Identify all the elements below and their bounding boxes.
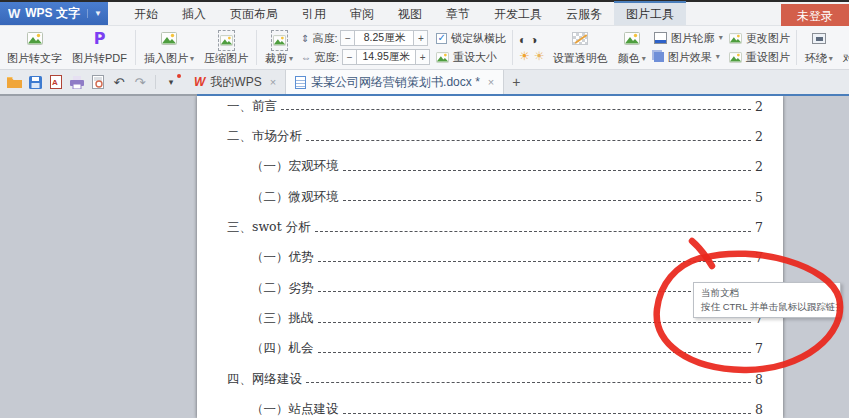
- width-value[interactable]: 14.95厘米: [357, 49, 415, 65]
- reset-picture-button[interactable]: 重设图片: [729, 50, 790, 65]
- print-preview-icon[interactable]: [90, 74, 106, 90]
- insert-picture-button[interactable]: 插入图片▾: [139, 26, 199, 69]
- close-icon[interactable]: ×: [270, 76, 276, 88]
- new-tab-button[interactable]: +: [504, 70, 528, 94]
- contrast-up-icon[interactable]: [519, 33, 526, 47]
- color-button[interactable]: 颜色▾: [613, 26, 651, 69]
- toc-row[interactable]: （一）优势7: [197, 243, 783, 273]
- toc-row[interactable]: 三、swot 分析7: [197, 212, 783, 242]
- picture-outline-button[interactable]: 图片轮廓 ▾: [654, 31, 723, 46]
- toc-label[interactable]: （二）微观环境: [251, 189, 339, 206]
- wps-app-button-label: WPS 文字: [25, 5, 80, 22]
- toc-row[interactable]: （四）机会7: [197, 334, 783, 364]
- close-icon[interactable]: ×: [488, 76, 494, 88]
- reset-picture-label: 重设图片: [746, 50, 790, 65]
- width-plus-button[interactable]: +: [415, 49, 430, 65]
- toc-row[interactable]: 一、前言2: [197, 96, 783, 121]
- toc-dot-leader: [343, 412, 752, 414]
- ribbon-picture-tools: 图片转文字 P 图片转PDF 插入图片▾ 压缩图片 裁剪▾ ⇕ 高度: − 8.…: [0, 26, 849, 70]
- toc-page-number[interactable]: 8: [755, 402, 763, 417]
- contrast-down-icon[interactable]: [530, 33, 537, 47]
- menu-tab-[interactable]: 页面布局: [218, 1, 290, 25]
- toc-page-number[interactable]: 7: [755, 250, 763, 265]
- login-button[interactable]: 未登录: [781, 4, 849, 28]
- document-tab[interactable]: 某某公司网络营销策划书.docx *×: [285, 70, 504, 94]
- toc-label[interactable]: 二、市场分析: [227, 128, 302, 145]
- export-pdf-icon[interactable]: A: [48, 74, 64, 90]
- chevron-down-icon: ▾: [190, 55, 194, 63]
- menu-tab-[interactable]: 插入: [170, 1, 218, 25]
- menu-tab-[interactable]: 开始: [122, 1, 170, 25]
- undo-icon[interactable]: [111, 74, 127, 90]
- menu-tab-[interactable]: 审阅: [338, 1, 386, 25]
- toc-dot-leader: [281, 108, 751, 110]
- document-canvas[interactable]: 一、前言2二、市场分析2（一）宏观环境2（二）微观环境5三、swot 分析7（一…: [0, 96, 849, 418]
- align-button[interactable]: 对齐▾: [838, 26, 849, 69]
- toc-label[interactable]: 三、swot 分析: [227, 219, 311, 236]
- width-minus-button[interactable]: −: [342, 49, 357, 65]
- toc-page-number[interactable]: 7: [755, 341, 763, 356]
- menu-tab-[interactable]: 引用: [290, 1, 338, 25]
- open-folder-icon[interactable]: [6, 74, 22, 90]
- change-picture-button[interactable]: 更改图片: [729, 31, 790, 46]
- redo-icon[interactable]: [132, 74, 148, 90]
- pic-to-text-button[interactable]: 图片转文字: [2, 26, 67, 69]
- height-minus-button[interactable]: −: [340, 30, 355, 46]
- document-tab[interactable]: W我的WPS×: [185, 70, 285, 94]
- toc-page-number[interactable]: 7: [755, 220, 763, 235]
- toc-label[interactable]: （四）机会: [251, 340, 314, 357]
- toc-dot-leader: [306, 139, 751, 141]
- height-label: 高度:: [312, 31, 337, 46]
- crop-button[interactable]: 裁剪▾: [260, 26, 298, 69]
- wrap-button[interactable]: 环绕▾: [800, 26, 838, 69]
- lock-aspect-checkbox[interactable]: ✓ 锁定纵横比: [436, 31, 506, 46]
- document-page[interactable]: 一、前言2二、市场分析2（一）宏观环境2（二）微观环境5三、swot 分析7（一…: [197, 96, 783, 418]
- checkbox-checked-icon[interactable]: ✓: [436, 33, 447, 44]
- crop-label: 裁剪: [265, 51, 287, 66]
- menu-tab-[interactable]: 视图: [386, 1, 434, 25]
- document-tab-label: 我的WPS: [210, 74, 261, 91]
- wps-app-button[interactable]: W WPS 文字 ▼: [0, 2, 108, 25]
- toc-label[interactable]: （二）劣势: [251, 280, 314, 297]
- insert-picture-label: 插入图片: [144, 51, 188, 66]
- save-icon[interactable]: [27, 74, 43, 90]
- pic-to-pdf-button[interactable]: P 图片转PDF: [67, 26, 132, 69]
- toc-dot-leader: [306, 381, 751, 383]
- toc-page-number[interactable]: 5: [755, 190, 763, 205]
- menu-tab-[interactable]: 章节: [434, 1, 482, 25]
- toc-row[interactable]: （一）站点建设8: [197, 394, 783, 418]
- toc-page-number[interactable]: 2: [755, 159, 763, 174]
- height-value[interactable]: 8.25厘米: [355, 30, 413, 46]
- toc-label[interactable]: （一）优势: [251, 249, 314, 266]
- height-plus-button[interactable]: +: [413, 30, 428, 46]
- menu-tab-active[interactable]: 图片工具: [614, 1, 686, 25]
- change-picture-icon: [729, 33, 742, 44]
- brightness-down-icon[interactable]: [534, 49, 545, 63]
- sync-caret-icon[interactable]: [163, 74, 179, 90]
- toc-label[interactable]: （一）站点建设: [251, 401, 339, 418]
- set-transparent-button[interactable]: 设置透明色: [548, 26, 613, 69]
- toc-page-number[interactable]: 2: [755, 129, 763, 144]
- toc-row[interactable]: 四、网络建设8: [197, 364, 783, 394]
- toc-label[interactable]: （三）挑战: [251, 310, 314, 327]
- menu-tab-[interactable]: 云服务: [554, 1, 614, 25]
- menu-tab-[interactable]: 开发工具: [482, 1, 554, 25]
- print-icon[interactable]: [69, 74, 85, 90]
- toc-page-number[interactable]: 8: [755, 372, 763, 387]
- compress-picture-button[interactable]: 压缩图片: [199, 26, 253, 69]
- brightness-up-icon[interactable]: [519, 49, 530, 63]
- picture-effects-button[interactable]: 图片效果 ▾: [654, 50, 723, 65]
- toc-dot-leader: [318, 321, 752, 323]
- toc-label[interactable]: 四、网络建设: [227, 371, 302, 388]
- toc-label[interactable]: 一、前言: [227, 98, 277, 115]
- chevron-down-icon[interactable]: ▼: [87, 9, 102, 18]
- toc-label[interactable]: （一）宏观环境: [251, 158, 339, 175]
- toc-page-number[interactable]: 2: [755, 99, 763, 114]
- toc-row[interactable]: （二）微观环境5: [197, 182, 783, 212]
- document-tab-label: 某某公司网络营销策划书.docx *: [311, 74, 480, 91]
- reset-size-button[interactable]: 重设大小: [436, 50, 506, 65]
- change-picture-label: 更改图片: [746, 31, 790, 46]
- toc-row[interactable]: 二、市场分析2: [197, 121, 783, 151]
- toc-row[interactable]: （一）宏观环境2: [197, 152, 783, 182]
- picture-icon: [436, 52, 449, 63]
